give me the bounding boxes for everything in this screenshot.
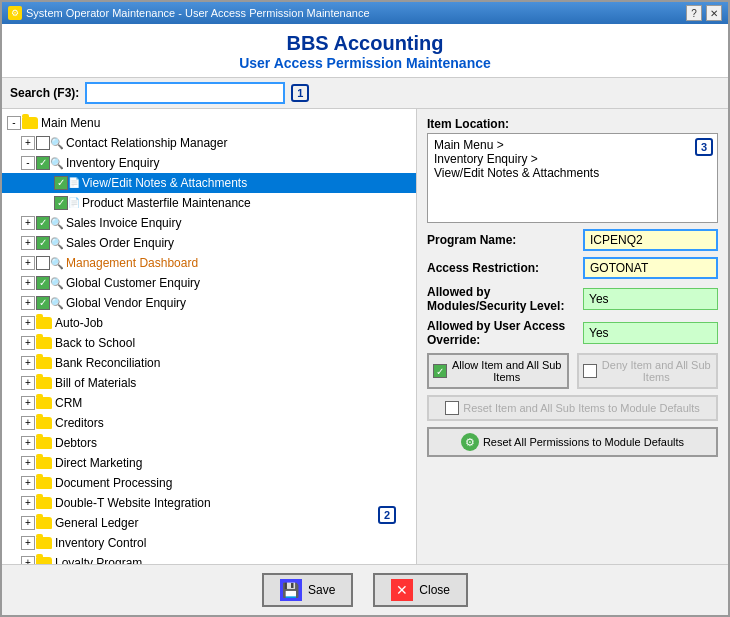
tree-item-mgmt-dashboard[interactable]: 🔍 Management Dashboard [2, 253, 416, 273]
expander-global-customer[interactable] [21, 276, 35, 290]
header: BBS Accounting User Access Permission Ma… [2, 24, 728, 78]
tree-item-crm[interactable]: CRM [2, 393, 416, 413]
checkbox-sales-order[interactable] [36, 236, 50, 250]
tree-label-debtors: Debtors [55, 434, 97, 452]
checkbox-product-master[interactable] [54, 196, 68, 210]
folder-icon-loyalty-program [36, 557, 52, 564]
tree-label-inventory-enquiry: Inventory Enquiry [66, 154, 159, 172]
tree-item-creditors[interactable]: Creditors [2, 413, 416, 433]
reset-all-button[interactable]: ⚙ Reset All Permissions to Module Defaul… [427, 427, 718, 457]
checkbox-inventory-enquiry[interactable] [36, 156, 50, 170]
allowed-modules-label: Allowed by Modules/Security Level: [427, 285, 577, 313]
location-box: Main Menu > Inventory Enquiry > View/Edi… [427, 133, 718, 223]
reset-item-label: Reset Item and All Sub Items to Module D… [463, 402, 700, 414]
expander-contact-rel[interactable] [21, 136, 35, 150]
checkbox-view-edit[interactable] [54, 176, 68, 190]
main-window: ⚙ System Operator Maintenance - User Acc… [0, 0, 730, 617]
tree-item-loyalty-program[interactable]: Loyalty Program [2, 553, 416, 564]
tree-label-main-menu: Main Menu [41, 114, 100, 132]
tree-item-global-customer[interactable]: 🔍 Global Customer Enquiry [2, 273, 416, 293]
expander-auto-job[interactable] [21, 316, 35, 330]
allowed-user-row: Allowed by User Access Override: Yes [427, 319, 718, 347]
tree-label-creditors: Creditors [55, 414, 104, 432]
tree-panel[interactable]: Main Menu 🔍 Contact Relationship Manager… [2, 109, 417, 564]
tree-item-bank-reconciliation[interactable]: Bank Reconciliation [2, 353, 416, 373]
checkbox-mgmt-dashboard[interactable] [36, 256, 50, 270]
program-name-row: Program Name: ICPENQ2 [427, 229, 718, 251]
tree-item-inventory-control[interactable]: Inventory Control [2, 533, 416, 553]
tree-item-direct-marketing[interactable]: Direct Marketing [2, 453, 416, 473]
save-button[interactable]: 💾 Save [262, 573, 353, 607]
program-name-value: ICPENQ2 [583, 229, 718, 251]
tree-label-direct-marketing: Direct Marketing [55, 454, 142, 472]
tree-item-view-edit[interactable]: 📄 View/Edit Notes & Attachments [2, 173, 416, 193]
tree-label-auto-job: Auto-Job [55, 314, 103, 332]
expander-main-menu[interactable] [7, 116, 21, 130]
reset-item-button[interactable]: Reset Item and All Sub Items to Module D… [427, 395, 718, 421]
expander-sales-order[interactable] [21, 236, 35, 250]
tree-item-double-t[interactable]: Double-T Website Integration [2, 493, 416, 513]
search-input[interactable] [85, 82, 285, 104]
tree-label-bill-of-materials: Bill of Materials [55, 374, 136, 392]
expander-mgmt-dashboard[interactable] [21, 256, 35, 270]
tree-item-sales-invoice[interactable]: 🔍 Sales Invoice Enquiry [2, 213, 416, 233]
checkbox-sales-invoice[interactable] [36, 216, 50, 230]
save-label: Save [308, 583, 335, 597]
search-bar: Search (F3): 1 [2, 78, 728, 109]
expander-inventory-control[interactable] [21, 536, 35, 550]
expander-crm[interactable] [21, 396, 35, 410]
search-label: Search (F3): [10, 86, 79, 100]
save-icon: 💾 [280, 579, 302, 601]
location-text-line1: Main Menu > [434, 138, 711, 152]
expander-general-ledger[interactable] [21, 516, 35, 530]
folder-icon-main-menu [22, 117, 38, 129]
tree-item-document-processing[interactable]: Document Processing [2, 473, 416, 493]
badge-3: 3 [695, 138, 713, 156]
tree-label-sales-order: Sales Order Enquiry [66, 234, 174, 252]
tree-item-contact-rel[interactable]: 🔍 Contact Relationship Manager [2, 133, 416, 153]
folder-icon-debtors [36, 437, 52, 449]
expander-loyalty-program[interactable] [21, 556, 35, 564]
expander-document-processing[interactable] [21, 476, 35, 490]
tree-item-main-menu[interactable]: Main Menu [2, 113, 416, 133]
tree-item-back-to-school[interactable]: Back to School [2, 333, 416, 353]
deny-item-button[interactable]: Deny Item and All Sub Items [577, 353, 719, 389]
expander-global-vendor[interactable] [21, 296, 35, 310]
deny-btn-label: Deny Item and All Sub Items [601, 359, 713, 383]
expander-sales-invoice[interactable] [21, 216, 35, 230]
expander-back-to-school[interactable] [21, 336, 35, 350]
allow-deny-row: Allow Item and All Sub Items Deny Item a… [427, 353, 718, 389]
checkbox-contact-rel[interactable] [36, 136, 50, 150]
tree-item-inventory-enquiry[interactable]: 🔍 Inventory Enquiry [2, 153, 416, 173]
tree-item-product-master[interactable]: 📄 Product Masterfile Maintenance [2, 193, 416, 213]
close-button[interactable]: ✕ Close [373, 573, 468, 607]
expander-bill-of-materials[interactable] [21, 376, 35, 390]
tree-label-inventory-control: Inventory Control [55, 534, 146, 552]
expander-inventory-enquiry[interactable] [21, 156, 35, 170]
expander-direct-marketing[interactable] [21, 456, 35, 470]
expander-creditors[interactable] [21, 416, 35, 430]
app-subtitle: User Access Permission Maintenance [2, 55, 728, 71]
folder-icon-inventory-control [36, 537, 52, 549]
tree-item-sales-order[interactable]: 🔍 Sales Order Enquiry [2, 233, 416, 253]
checkbox-global-vendor[interactable] [36, 296, 50, 310]
close-window-button[interactable]: ✕ [706, 5, 722, 21]
expander-double-t[interactable] [21, 496, 35, 510]
reset-item-icon [445, 401, 459, 415]
tree-item-debtors[interactable]: Debtors [2, 433, 416, 453]
tree-item-auto-job[interactable]: Auto-Job [2, 313, 416, 333]
allow-btn-label: Allow Item and All Sub Items [451, 359, 563, 383]
tree-item-bill-of-materials[interactable]: Bill of Materials [2, 373, 416, 393]
tree-item-general-ledger[interactable]: General Ledger [2, 513, 416, 533]
allow-item-button[interactable]: Allow Item and All Sub Items [427, 353, 569, 389]
expander-debtors[interactable] [21, 436, 35, 450]
tree-label-global-customer: Global Customer Enquiry [66, 274, 200, 292]
expander-bank-reconciliation[interactable] [21, 356, 35, 370]
page-icon-product-master: 📄 [68, 194, 80, 212]
tree-item-global-vendor[interactable]: 🔍 Global Vendor Enquiry [2, 293, 416, 313]
magnify-icon-mgmt-dashboard: 🔍 [50, 256, 64, 270]
help-button[interactable]: ? [686, 5, 702, 21]
folder-icon-auto-job [36, 317, 52, 329]
checkbox-global-customer[interactable] [36, 276, 50, 290]
allowed-modules-value: Yes [583, 288, 718, 310]
